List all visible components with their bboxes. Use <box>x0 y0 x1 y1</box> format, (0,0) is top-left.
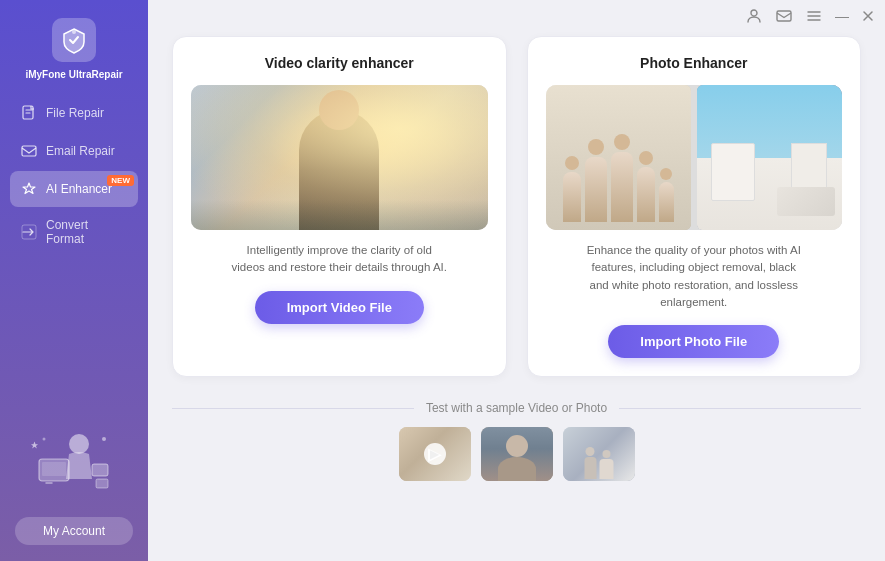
sidebar-item-convert-format-label: Convert Format <box>46 218 128 246</box>
photo-card-image <box>546 85 843 230</box>
divider-line-left <box>172 408 414 409</box>
feature-cards-row: Video clarity enhancer Intelligently imp… <box>172 36 861 377</box>
sample-label: Test with a sample Video or Photo <box>426 401 607 415</box>
sample-thumbnails: ▶ <box>399 427 635 481</box>
photo-enhancer-card: Photo Enhancer <box>527 36 862 377</box>
new-badge: NEW <box>107 175 134 186</box>
sample-thumb-wedding[interactable] <box>563 427 635 481</box>
svg-rect-9 <box>92 464 108 476</box>
svg-point-4 <box>69 434 89 454</box>
sidebar-item-file-repair-label: File Repair <box>46 106 104 120</box>
divider-line-right <box>619 408 861 409</box>
photo-card-description: Enhance the quality of your photos with … <box>584 242 804 311</box>
video-card-image <box>191 85 488 230</box>
photo-building-preview <box>697 85 842 230</box>
video-card-description: Intelligently improve the clarity of old… <box>229 242 449 277</box>
my-account-button[interactable]: My Account <box>15 517 133 545</box>
minimize-button[interactable]: — <box>835 9 849 23</box>
sidebar-item-email-repair-label: Email Repair <box>46 144 115 158</box>
sample-divider: Test with a sample Video or Photo <box>172 401 861 415</box>
app-name-label: iMyFone UltraRepair <box>25 68 122 81</box>
photo-dual-preview <box>546 85 843 230</box>
sidebar-item-ai-enhancer[interactable]: AI Enhancer NEW <box>10 171 138 207</box>
svg-point-0 <box>72 30 76 34</box>
svg-point-11 <box>751 10 757 16</box>
logo-icon <box>52 18 96 62</box>
ai-enhancer-icon <box>20 180 38 198</box>
photo-card-title: Photo Enhancer <box>640 55 747 71</box>
svg-rect-6 <box>42 462 66 476</box>
main-content: Video clarity enhancer Intelligently imp… <box>148 0 885 561</box>
video-enhancer-card: Video clarity enhancer Intelligently imp… <box>172 36 507 377</box>
sample-section: Test with a sample Video or Photo ▶ <box>172 401 861 481</box>
sidebar-illustration <box>19 419 129 509</box>
import-video-button[interactable]: Import Video File <box>255 291 424 324</box>
svg-rect-10 <box>96 479 108 488</box>
sidebar-item-email-repair[interactable]: Email Repair <box>10 133 138 169</box>
convert-format-icon <box>20 223 38 241</box>
menu-icon[interactable] <box>805 7 823 25</box>
user-icon[interactable] <box>745 7 763 25</box>
sidebar-item-convert-format[interactable]: Convert Format <box>10 209 138 255</box>
app-logo: iMyFone UltraRepair <box>15 0 132 95</box>
svg-point-7 <box>102 437 106 441</box>
sidebar-item-ai-enhancer-label: AI Enhancer <box>46 182 112 196</box>
sample-thumb-snow-video[interactable]: ▶ <box>399 427 471 481</box>
sidebar: iMyFone UltraRepair File Repair Emai <box>0 0 148 561</box>
video-preview <box>191 85 488 230</box>
sidebar-item-file-repair[interactable]: File Repair <box>10 95 138 131</box>
email-repair-icon <box>20 142 38 160</box>
svg-rect-2 <box>22 146 36 156</box>
sample-thumb-portrait[interactable] <box>481 427 553 481</box>
close-button[interactable] <box>861 9 875 23</box>
import-photo-button[interactable]: Import Photo File <box>608 325 779 358</box>
sidebar-navigation: File Repair Email Repair AI Enhancer NEW <box>0 95 148 409</box>
mail-icon[interactable] <box>775 7 793 25</box>
photo-family-preview <box>546 85 691 230</box>
svg-point-8 <box>43 438 46 441</box>
titlebar: — <box>296 0 885 32</box>
file-repair-icon <box>20 104 38 122</box>
video-card-title: Video clarity enhancer <box>265 55 414 71</box>
svg-rect-12 <box>777 11 791 21</box>
family-figures <box>546 85 691 230</box>
